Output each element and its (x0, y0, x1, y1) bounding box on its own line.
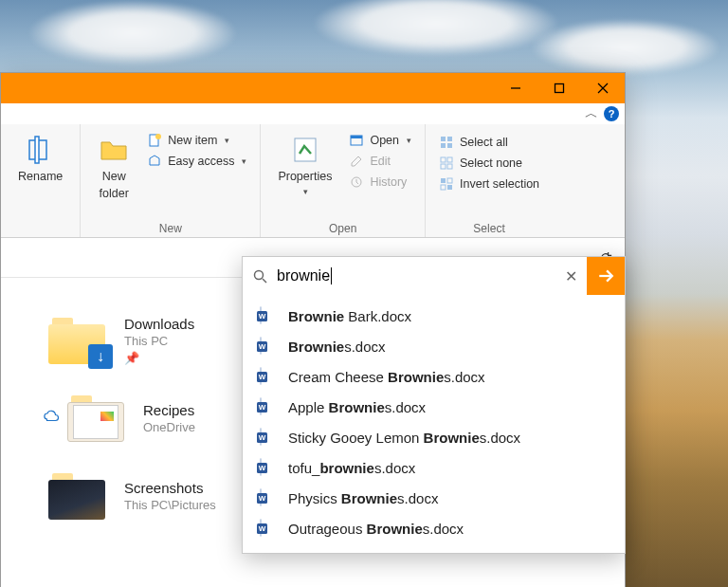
button-label: Select all (460, 136, 508, 149)
ribbon: Rename New folder New item▾ (1, 124, 625, 238)
result-filename: Physics Brownies.docx (288, 490, 438, 506)
title-bar (1, 73, 625, 103)
svg-rect-22 (441, 185, 446, 190)
result-filename: Brownie Bark.docx (288, 308, 411, 324)
maximize-button[interactable] (537, 73, 581, 103)
search-result[interactable]: Sticky Gooey Lemon Brownies.docx (243, 422, 625, 452)
folder-title: Screenshots (124, 480, 216, 496)
docx-file-icon (260, 307, 277, 324)
result-filename: Cream Cheese Brownies.docx (288, 369, 485, 385)
new-folder-button[interactable]: New folder (92, 130, 136, 205)
search-result[interactable]: Cream Cheese Brownies.docx (243, 361, 625, 392)
new-item-button[interactable]: New item▾ (145, 132, 248, 149)
docx-file-icon (260, 338, 277, 355)
button-label: Invert selection (460, 177, 539, 191)
svg-point-24 (255, 271, 264, 280)
group-label (39, 220, 42, 235)
svg-rect-1 (555, 84, 564, 93)
invert-selection-button[interactable]: Invert selection (437, 175, 541, 193)
edit-button[interactable]: Edit (347, 153, 413, 170)
easy-access-icon (147, 154, 162, 169)
chevron-down-icon: ▾ (242, 156, 246, 166)
svg-rect-21 (447, 178, 452, 183)
new-item-icon (147, 133, 162, 148)
result-filename: Apple Brownies.docx (288, 399, 426, 415)
search-result[interactable]: Brownie Bark.docx (243, 301, 625, 331)
close-button[interactable] (581, 73, 625, 103)
folder-icon: ↓ (48, 316, 109, 365)
svg-rect-5 (35, 137, 39, 163)
docx-file-icon (260, 520, 277, 537)
chevron-down-icon: ▾ (225, 136, 229, 145)
docx-file-icon (260, 398, 277, 415)
open-button[interactable]: Open▾ (347, 132, 413, 149)
search-input[interactable]: brownie (277, 267, 555, 284)
result-filename: Brownies.docx (288, 339, 386, 355)
new-folder-icon (98, 134, 130, 166)
open-icon (349, 133, 364, 148)
collapse-ribbon-icon[interactable]: ︿ (585, 105, 598, 122)
button-label: Edit (370, 155, 391, 168)
rename-icon (25, 134, 57, 166)
chevron-down-icon: ▾ (303, 187, 308, 196)
properties-button[interactable]: Properties ▾ (272, 130, 337, 201)
svg-rect-23 (447, 185, 452, 190)
result-filename: Sticky Gooey Lemon Brownies.docx (288, 430, 520, 446)
group-label: Open (329, 220, 356, 235)
button-label-line2: folder (100, 187, 129, 200)
search-result[interactable]: Apple Brownies.docx (243, 392, 625, 422)
button-label: Select none (460, 156, 522, 170)
svg-rect-16 (441, 157, 446, 162)
svg-line-25 (263, 279, 266, 283)
button-label: New item (168, 134, 217, 147)
docx-file-icon (260, 459, 277, 476)
docx-file-icon (260, 429, 277, 446)
search-input-text: brownie (277, 267, 330, 284)
easy-access-button[interactable]: Easy access▾ (145, 153, 248, 170)
text-cursor (331, 267, 332, 284)
search-bar: brownie ✕ (243, 257, 625, 295)
svg-rect-17 (447, 157, 452, 162)
search-result[interactable]: Brownies.docx (243, 331, 625, 361)
svg-rect-12 (441, 137, 446, 141)
search-result[interactable]: tofu_brownies.docx (243, 452, 625, 483)
folder-title: Recipes (143, 402, 195, 418)
svg-rect-8 (295, 138, 316, 161)
folder-icon (48, 471, 109, 521)
ribbon-collapse-row: ︿ ? (1, 103, 625, 124)
svg-rect-18 (441, 164, 446, 169)
svg-rect-19 (447, 164, 452, 169)
group-label: New (159, 220, 182, 235)
select-none-icon (439, 156, 454, 171)
button-label: History (370, 175, 407, 189)
rename-button[interactable]: Rename (12, 130, 68, 187)
folder-title: Downloads (124, 316, 194, 332)
minimize-button[interactable] (494, 73, 537, 103)
search-result[interactable]: Outrageous Brownies.docx (243, 513, 625, 543)
svg-point-7 (155, 134, 161, 139)
docx-file-icon (260, 489, 277, 506)
invert-selection-icon (439, 176, 454, 192)
svg-rect-15 (447, 143, 452, 148)
search-go-button[interactable] (587, 257, 625, 295)
history-button[interactable]: History (347, 174, 413, 191)
svg-rect-10 (351, 136, 362, 138)
button-label: Properties (278, 170, 332, 183)
svg-rect-13 (447, 137, 452, 141)
svg-rect-14 (441, 143, 446, 148)
svg-rect-20 (441, 178, 446, 183)
clear-search-button[interactable]: ✕ (555, 267, 587, 285)
result-filename: tofu_brownies.docx (288, 460, 415, 476)
group-label: Select (473, 220, 504, 235)
button-label: Easy access (168, 155, 234, 168)
edit-icon (349, 154, 364, 169)
search-result[interactable]: Physics Brownies.docx (243, 483, 625, 513)
help-icon[interactable]: ? (604, 106, 619, 121)
select-none-button[interactable]: Select none (437, 155, 541, 172)
folder-location: This PC\Pictures (124, 498, 216, 512)
search-flyout: brownie ✕ Brownie Bark.docxBrownies.docx… (242, 256, 626, 554)
select-all-button[interactable]: Select all (437, 134, 541, 151)
folder-icon (67, 394, 128, 443)
select-all-icon (439, 135, 454, 150)
search-results: Brownie Bark.docxBrownies.docxCream Chee… (243, 295, 625, 553)
